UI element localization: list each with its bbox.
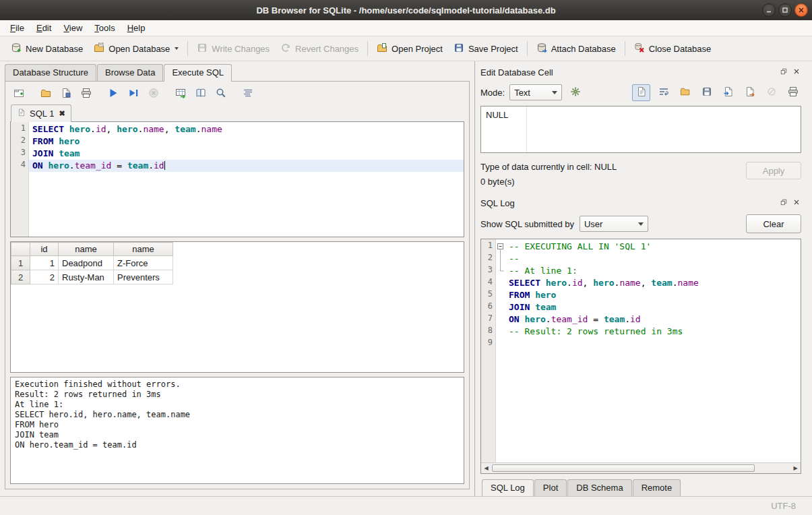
import-icon <box>723 86 734 99</box>
submitter-select[interactable]: User <box>580 216 648 232</box>
scroll-right-icon[interactable]: ▶ <box>790 463 801 473</box>
close-button[interactable] <box>794 3 808 17</box>
save-results-button[interactable] <box>192 86 210 102</box>
cell-editor[interactable]: NULL <box>480 106 801 153</box>
scroll-left-icon[interactable]: ◀ <box>481 463 491 473</box>
clear-button[interactable]: Clear <box>746 214 801 233</box>
code-line[interactable]: SELECT hero.id, hero.name, team.name <box>29 123 464 135</box>
minimize-button[interactable] <box>762 3 776 17</box>
column-header[interactable]: name <box>59 243 114 256</box>
output-line: ON hero.team_id = team.id <box>15 440 460 450</box>
new-database-button[interactable]: New Database <box>5 40 88 58</box>
execute-current-line-button[interactable] <box>125 86 142 102</box>
code-token <box>53 148 59 158</box>
tab-remote[interactable]: Remote <box>633 479 681 496</box>
sql-log-header: SQL Log <box>480 196 801 210</box>
execute-all-button[interactable] <box>104 86 122 102</box>
open-sql-file-button[interactable] <box>37 86 55 102</box>
word-wrap-button[interactable] <box>655 85 672 100</box>
close-icon[interactable] <box>791 198 801 208</box>
code-token: FROM <box>509 290 530 300</box>
statusbar: UTF-8 <box>0 496 812 515</box>
editor-margin-divider <box>526 107 527 152</box>
tab-db-schema[interactable]: DB Schema <box>567 479 631 496</box>
save-project-button[interactable]: Save Project <box>448 40 524 58</box>
import-button[interactable] <box>720 85 737 100</box>
tab-database-structure[interactable]: Database Structure <box>5 64 96 81</box>
export-results-button[interactable] <box>172 86 189 102</box>
tab-browse-data[interactable]: Browse Data <box>97 64 163 81</box>
set-null-button <box>763 85 780 100</box>
menu-view[interactable]: View <box>57 21 88 35</box>
table-row: 11DeadpondZ-Force <box>11 256 173 270</box>
code-token: . <box>567 278 572 288</box>
code-line[interactable]: JOIN team <box>29 148 464 160</box>
code-token: team <box>127 160 148 171</box>
row-number[interactable]: 1 <box>11 256 30 270</box>
cell[interactable]: Z-Force <box>114 256 173 270</box>
print-button[interactable] <box>77 86 95 102</box>
menu-tools[interactable]: Tools <box>88 21 121 35</box>
print-button[interactable] <box>784 85 801 100</box>
sql-editor[interactable]: 1234 SELECT hero.id, hero.name, team.nam… <box>10 121 464 237</box>
format-sql-button[interactable] <box>239 86 257 102</box>
horizontal-scrollbar[interactable]: ◀ ▶ <box>481 462 801 473</box>
code-token: -- Result: 2 rows returned in 3ms <box>509 326 683 336</box>
save-project-icon <box>454 42 464 55</box>
code-token: . <box>69 160 75 171</box>
column-header[interactable]: id <box>30 243 59 256</box>
fold-collapse-icon[interactable] <box>496 241 505 253</box>
float-icon <box>780 198 788 208</box>
menu-file[interactable]: File <box>4 21 30 35</box>
float-icon[interactable] <box>778 67 788 78</box>
maximize-button[interactable] <box>778 3 792 17</box>
cell-info: Type of data currently in cell: NULL 0 b… <box>480 162 801 187</box>
find-replace-button[interactable] <box>212 86 230 102</box>
menu-edit[interactable]: Edit <box>30 21 57 35</box>
tab-sql-log[interactable]: SQL Log <box>482 479 534 496</box>
text-document-button[interactable] <box>632 84 650 101</box>
float-icon[interactable] <box>778 198 788 208</box>
find-replace-icon <box>216 88 226 100</box>
open-database-button[interactable]: Open Database <box>88 40 184 58</box>
right-dock: Edit Database Cell Mode: Text NULL Type … <box>474 61 812 496</box>
sql-file-icon <box>17 108 26 119</box>
code-token: hero <box>69 124 90 134</box>
chevron-down-icon[interactable] <box>175 47 179 50</box>
attach-database-button[interactable]: Attach Database <box>531 40 621 58</box>
cell[interactable]: Deadpond <box>59 256 114 270</box>
auto-mode-button[interactable] <box>567 85 584 100</box>
menu-help[interactable]: Help <box>121 21 152 35</box>
cell[interactable]: Preventers <box>114 270 173 284</box>
tab-plot[interactable]: Plot <box>534 479 567 496</box>
close-database-button[interactable]: Close Database <box>629 40 717 58</box>
column-header[interactable]: name <box>114 243 173 256</box>
code-token: hero <box>117 124 137 134</box>
mode-select[interactable]: Text <box>509 84 562 100</box>
code-token: hero <box>59 136 80 146</box>
code-line[interactable]: ON hero.team_id = team.id <box>29 160 464 172</box>
sql-log-view[interactable]: 123456789 -- EXECUTING ALL IN 'SQL 1'---… <box>480 239 801 474</box>
sql-editor-tab[interactable]: SQL 1 ✖ <box>11 104 71 122</box>
new-tab-button[interactable] <box>10 86 28 102</box>
sql-code-area[interactable]: SELECT hero.id, hero.name, team.nameFROM… <box>29 122 464 237</box>
scrollbar-thumb[interactable] <box>492 464 755 472</box>
cell[interactable]: 1 <box>30 256 59 270</box>
code-token: team <box>59 148 80 158</box>
close-tab-icon[interactable]: ✖ <box>59 109 65 118</box>
export-button[interactable] <box>741 85 758 100</box>
row-number[interactable]: 2 <box>11 270 30 284</box>
save-sql-file-button[interactable] <box>57 86 75 102</box>
open-file-button[interactable] <box>677 85 693 100</box>
tab-execute-sql[interactable]: Execute SQL <box>164 64 232 82</box>
log-line: ON hero.team_id = team.id <box>505 313 801 326</box>
code-token: team <box>175 124 195 134</box>
code-line[interactable]: FROM hero <box>29 135 464 148</box>
toolbar-separator <box>527 41 528 56</box>
save-file-button[interactable] <box>698 85 715 100</box>
open-project-button[interactable]: Open Project <box>371 40 448 58</box>
cell[interactable]: 2 <box>30 270 59 284</box>
close-icon[interactable] <box>791 67 801 78</box>
save-file-icon <box>701 86 712 99</box>
cell[interactable]: Rusty-Man <box>59 270 114 284</box>
